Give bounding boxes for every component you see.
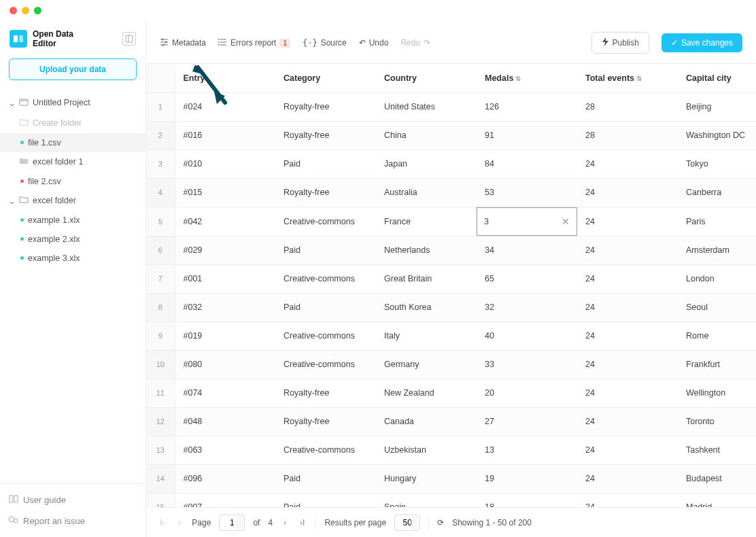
cell[interactable]: Toronto [678, 407, 756, 436]
rpp-input[interactable] [394, 515, 420, 531]
create-folder-button[interactable]: Create folder [0, 114, 145, 133]
table-row[interactable]: 3#010PaidJapan8424Tokyo [146, 150, 756, 178]
cell[interactable]: France [376, 207, 477, 236]
close-window-icon[interactable] [10, 7, 17, 14]
prev-page-button[interactable]: ‹ [175, 517, 184, 529]
cell[interactable]: 24 [577, 350, 678, 379]
clear-cell-icon[interactable]: ✕ [562, 216, 570, 227]
cell[interactable]: Frankfurt [678, 350, 756, 379]
cell[interactable]: 20 [477, 379, 577, 407]
cell[interactable]: 3✕ [477, 207, 577, 236]
cell[interactable]: Hungary [376, 464, 477, 493]
metadata-button[interactable]: Metadata [160, 38, 206, 48]
cell[interactable]: Tokyo [678, 150, 756, 178]
cell[interactable]: Royalty-free [275, 92, 376, 121]
cell[interactable]: Australia [376, 178, 477, 207]
cell[interactable]: United States [376, 92, 477, 121]
cell[interactable]: Netherlands [376, 236, 477, 264]
data-grid[interactable]: Entry Category Country Medals⇅ Total eve… [146, 64, 756, 507]
cell[interactable]: #048 [175, 407, 275, 436]
cell[interactable]: Royalty-free [275, 379, 376, 407]
report-issue-button[interactable]: Report an issue [0, 510, 145, 532]
table-row[interactable]: 15#007PaidSpain1824Madrid [146, 493, 756, 507]
file-item-example3[interactable]: example 3.xlx [0, 249, 145, 268]
cell[interactable]: 28 [577, 121, 678, 150]
cell[interactable]: South Korea [376, 293, 477, 322]
table-row[interactable]: 7#001Creative-commonsGreat Britain6524Lo… [146, 264, 756, 293]
cell[interactable]: 32 [477, 293, 577, 322]
table-row[interactable]: 12#048Royalty-freeCanada2724Toronto [146, 407, 756, 436]
cell[interactable]: 13 [477, 436, 577, 464]
cell[interactable]: Italy [376, 322, 477, 350]
cell[interactable]: #019 [175, 322, 275, 350]
cell[interactable]: Seoul [678, 293, 756, 322]
cell[interactable]: Creative-commons [275, 207, 376, 236]
table-row[interactable]: 8#032PaidSouth Korea3224Seoul [146, 293, 756, 322]
save-button[interactable]: ✓ Save changes [662, 33, 742, 52]
cell[interactable]: Amsterdam [678, 236, 756, 264]
cell[interactable]: 65 [477, 264, 577, 293]
maximize-window-icon[interactable] [34, 7, 41, 14]
cell[interactable]: #024 [175, 92, 275, 121]
table-row[interactable]: 1#024Royalty-freeUnited States12628Beiji… [146, 92, 756, 121]
page-input[interactable] [219, 515, 245, 531]
cell[interactable]: Tashkent [678, 436, 756, 464]
cell[interactable]: Canberra [678, 178, 756, 207]
cell[interactable]: #001 [175, 264, 275, 293]
cell[interactable]: 40 [477, 322, 577, 350]
undo-button[interactable]: ↶ Undo [359, 38, 389, 48]
cell[interactable]: Paid [275, 493, 376, 507]
column-header-medals[interactable]: Medals⇅ [477, 64, 577, 92]
cell[interactable]: #032 [175, 293, 275, 322]
table-row[interactable]: 2#016Royalty-freeChina9128Washington DC [146, 121, 756, 150]
cell[interactable]: Germany [376, 350, 477, 379]
publish-button[interactable]: Publish [591, 32, 649, 54]
cell[interactable]: Royalty-free [275, 407, 376, 436]
cell[interactable]: Royalty-free [275, 121, 376, 150]
cell[interactable]: 34 [477, 236, 577, 264]
first-page-button[interactable]: I‹ [157, 517, 167, 529]
cell[interactable]: 24 [577, 379, 678, 407]
cell[interactable]: #042 [175, 207, 275, 236]
cell[interactable]: Rome [678, 322, 756, 350]
column-header-city[interactable]: Capital city [678, 64, 756, 92]
table-row[interactable]: 11#074Royalty-freeNew Zealand2024Welling… [146, 379, 756, 407]
cell[interactable]: 84 [477, 150, 577, 178]
cell[interactable]: Paris [678, 207, 756, 236]
panel-toggle-icon[interactable] [122, 32, 136, 46]
file-item-file1[interactable]: file 1.csv [0, 133, 145, 152]
redo-button[interactable]: Redo ↷ [400, 38, 430, 48]
cell[interactable]: Creative-commons [275, 436, 376, 464]
next-page-button[interactable]: › [281, 517, 289, 529]
cell[interactable]: 24 [577, 264, 678, 293]
project-root[interactable]: ⌄ Untitled Project [0, 92, 145, 114]
table-row[interactable]: 5#042Creative-commonsFrance3✕24Paris [146, 207, 756, 236]
file-item-example1[interactable]: example 1.xlx [0, 211, 145, 230]
cell[interactable]: Beijing [678, 92, 756, 121]
source-button[interactable]: {·} Source [303, 38, 347, 48]
refresh-icon[interactable]: ⟳ [437, 518, 444, 527]
table-row[interactable]: 13#063Creative-commonsUzbekistan1324Tash… [146, 436, 756, 464]
cell[interactable]: Great Britain [376, 264, 477, 293]
cell[interactable]: Canada [376, 407, 477, 436]
folder-item-excel2[interactable]: ⌄ excel folder [0, 191, 145, 211]
column-header-entry[interactable]: Entry [175, 64, 275, 92]
table-row[interactable]: 10#080Creative-commonsGermany3324Frankfu… [146, 350, 756, 379]
errors-report-button[interactable]: Errors report 1 [218, 38, 290, 48]
column-header-country[interactable]: Country [376, 64, 477, 92]
column-header-events[interactable]: Total events⇅ [577, 64, 678, 92]
upload-button[interactable]: Upload your data [9, 58, 137, 80]
table-row[interactable]: 14#096PaidHungary1924Budapest [146, 464, 756, 493]
cell[interactable]: 33 [477, 350, 577, 379]
cell[interactable]: 24 [577, 407, 678, 436]
cell[interactable]: 24 [577, 207, 678, 236]
table-row[interactable]: 4#015Royalty-freeAustralia5324Canberra [146, 178, 756, 207]
last-page-button[interactable]: ›I [297, 517, 307, 529]
table-row[interactable]: 9#019Creative-commonsItaly4024Rome [146, 322, 756, 350]
cell[interactable]: Creative-commons [275, 350, 376, 379]
cell[interactable]: Creative-commons [275, 322, 376, 350]
cell[interactable]: 18 [477, 493, 577, 507]
folder-item-excel1[interactable]: excel folder 1 [0, 152, 145, 172]
table-row[interactable]: 6#029PaidNetherlands3424Amsterdam [146, 236, 756, 264]
cell[interactable]: Uzbekistan [376, 436, 477, 464]
